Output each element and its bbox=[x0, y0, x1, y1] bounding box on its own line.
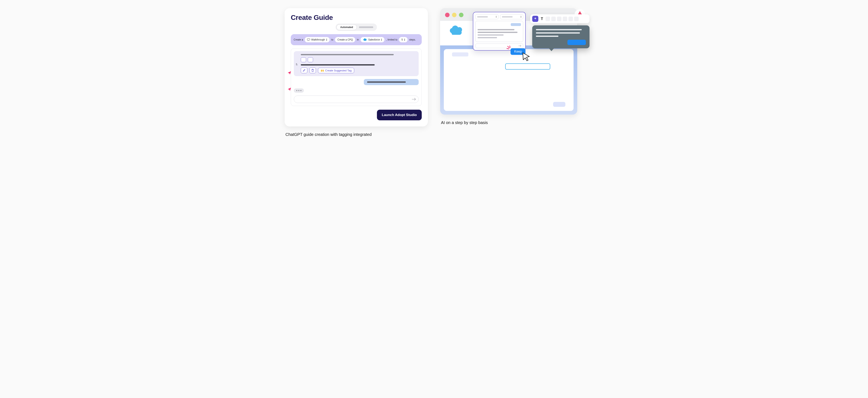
placeholder-line bbox=[477, 29, 515, 30]
trash-icon bbox=[311, 69, 314, 72]
arrow-right-icon bbox=[412, 98, 416, 101]
toolbar-item[interactable] bbox=[546, 17, 550, 21]
chip-action-label: Create a CPQ bbox=[337, 38, 353, 41]
sentence-builder: Create a Walkthrough ▴▾ to Create a CPQ … bbox=[291, 34, 422, 45]
ai-suggestion-popup: ▴▾ ▴▾ bbox=[473, 12, 526, 51]
step-number: 5. bbox=[294, 63, 298, 66]
chevron-updown-icon: ▴▾ bbox=[496, 16, 497, 18]
mode-alt-placeholder[interactable] bbox=[359, 26, 373, 28]
delete-button[interactable] bbox=[309, 67, 316, 73]
placeholder-line bbox=[477, 37, 497, 38]
app-card bbox=[444, 49, 574, 111]
svg-line-3 bbox=[508, 46, 509, 48]
chip-app[interactable]: Salesforce ▴▾ bbox=[361, 37, 385, 42]
svg-line-4 bbox=[510, 46, 510, 48]
typing-indicator bbox=[294, 88, 304, 93]
placeholder-line bbox=[367, 82, 406, 83]
chevron-updown-icon: ▴▾ bbox=[404, 38, 405, 41]
traffic-light-red-icon bbox=[445, 13, 450, 17]
salesforce-icon bbox=[363, 38, 367, 41]
ai-body bbox=[475, 21, 523, 42]
sb-text-create: Create a bbox=[293, 38, 303, 41]
thumb-option[interactable] bbox=[301, 57, 306, 62]
chevron-updown-icon: ▴▾ bbox=[521, 16, 521, 18]
paperplane-icon bbox=[288, 88, 291, 91]
chat-area: 5. 🙌 Create Suggested Tag bbox=[291, 49, 422, 106]
placeholder-line bbox=[477, 34, 503, 36]
placeholder-line bbox=[502, 17, 513, 18]
create-guide-card: Create Guide Automated Create a Walkthro… bbox=[285, 8, 428, 126]
create-guide-title: Create Guide bbox=[291, 13, 422, 22]
placeholder-line bbox=[301, 54, 394, 55]
sb-text-steps: steps. bbox=[409, 38, 416, 41]
paperplane-icon bbox=[288, 71, 291, 74]
editor-toolbar: T bbox=[530, 14, 590, 23]
dot-icon bbox=[298, 90, 299, 91]
arrow-right-icon bbox=[519, 45, 521, 47]
dot-icon bbox=[296, 90, 297, 91]
mode-automated[interactable]: Automated bbox=[336, 24, 357, 30]
chip-steps-value: 5 bbox=[401, 38, 403, 41]
mode-toggle: Automated bbox=[291, 24, 422, 31]
user-reply-bubble bbox=[364, 79, 418, 85]
traffic-light-green-icon bbox=[459, 13, 463, 17]
left-caption: ChatGPT guide creation with tagging inte… bbox=[285, 132, 428, 137]
sb-text-to: to bbox=[331, 38, 333, 41]
tooltip-cta-button[interactable] bbox=[567, 40, 586, 45]
launch-studio-button[interactable]: Launch Adopt Studio bbox=[377, 110, 422, 120]
assistant-step-bubble: 5. 🙌 Create Suggested Tag bbox=[294, 51, 418, 76]
placeholder-line bbox=[301, 64, 375, 65]
toolbar-item[interactable] bbox=[551, 17, 556, 21]
traffic-light-yellow-icon bbox=[452, 13, 457, 17]
toolbar-item[interactable] bbox=[568, 17, 573, 21]
text-tool-button[interactable]: T bbox=[539, 17, 544, 21]
create-tag-label: Create Suggested Tag bbox=[325, 69, 351, 72]
launch-studio-label: Launch Adopt Studio bbox=[382, 113, 417, 117]
placeholder-line bbox=[536, 36, 558, 37]
chat-bubble-icon bbox=[307, 38, 310, 41]
toolbar-item[interactable] bbox=[574, 17, 579, 21]
step-tooltip bbox=[532, 25, 590, 48]
sparkle-icon bbox=[534, 17, 537, 21]
chip-steps[interactable]: 5 ▴▾ bbox=[399, 37, 408, 42]
chip-walkthrough[interactable]: Walkthrough ▴▾ bbox=[305, 37, 330, 42]
chip-walkthrough-label: Walkthrough bbox=[311, 38, 325, 41]
svg-line-2 bbox=[507, 49, 509, 49]
ai-tag-chip[interactable] bbox=[511, 23, 521, 26]
traffic-lights bbox=[445, 13, 463, 17]
app-body bbox=[440, 45, 577, 115]
placeholder-line bbox=[536, 29, 582, 30]
ai-select[interactable]: ▴▾ bbox=[500, 14, 523, 19]
tooltip-caret-icon bbox=[549, 48, 554, 51]
thumb-option[interactable] bbox=[308, 57, 313, 62]
highlighted-field[interactable] bbox=[505, 63, 550, 69]
cursor-icon bbox=[522, 52, 531, 61]
toolbar-item[interactable] bbox=[557, 17, 561, 21]
sparkle-hands-icon: 🙌 bbox=[321, 69, 324, 72]
chat-composer[interactable] bbox=[294, 96, 418, 103]
ai-select[interactable]: ▴▾ bbox=[475, 14, 498, 19]
ai-step-card: T ▴▾ bbox=[440, 8, 583, 115]
mode-pill-group[interactable]: Automated bbox=[336, 24, 377, 31]
dot-icon bbox=[300, 90, 301, 91]
svg-rect-0 bbox=[307, 39, 310, 40]
edit-button[interactable] bbox=[301, 67, 307, 73]
right-caption: AI on a step by step basis bbox=[440, 120, 583, 125]
chip-action[interactable]: Create a CPQ bbox=[335, 37, 355, 42]
placeholder-pill bbox=[553, 102, 565, 107]
chip-app-label: Salesforce bbox=[368, 38, 380, 41]
ai-composer[interactable] bbox=[475, 43, 523, 48]
chevron-updown-icon: ▴▾ bbox=[381, 38, 382, 41]
chevron-updown-icon: ▴▾ bbox=[326, 38, 327, 41]
ai-sparkle-button[interactable] bbox=[532, 16, 538, 22]
placeholder-pill bbox=[452, 52, 468, 57]
pencil-icon bbox=[303, 69, 306, 72]
keep-label: Keep bbox=[514, 50, 522, 53]
create-tag-button[interactable]: 🙌 Create Suggested Tag bbox=[318, 68, 354, 73]
sb-text-limited: , limited to bbox=[386, 38, 397, 41]
placeholder-line bbox=[477, 32, 518, 33]
toolbar-item[interactable] bbox=[563, 17, 567, 21]
placeholder-line bbox=[477, 17, 488, 18]
sb-text-in: in bbox=[357, 38, 359, 41]
placeholder-line bbox=[536, 32, 580, 34]
